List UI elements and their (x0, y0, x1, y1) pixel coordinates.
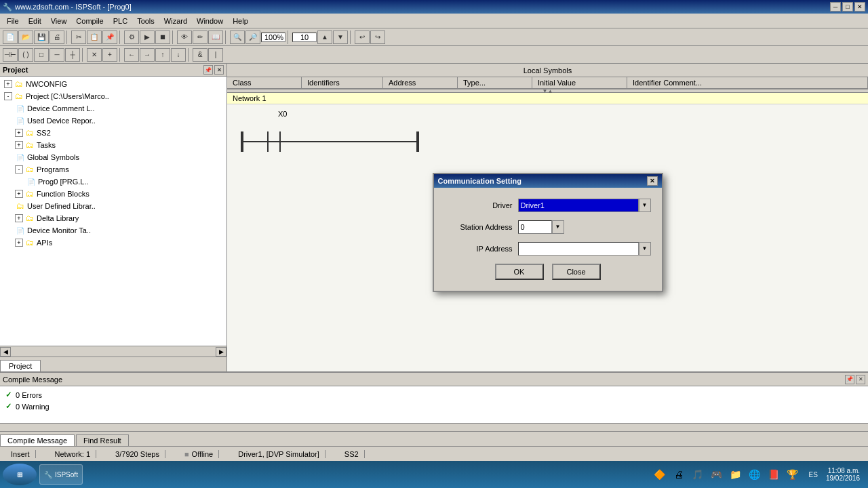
tab-compile-message[interactable]: Compile Message (0, 434, 75, 446)
menu-plc[interactable]: PLC (109, 16, 132, 26)
compile-pin[interactable]: 📌 (845, 375, 854, 384)
tray-steam[interactable]: 🎮 (709, 466, 725, 483)
start-button[interactable]: ⊞ (3, 464, 37, 485)
sidebar-close[interactable]: ✕ (214, 65, 224, 75)
tree-item-tasks[interactable]: + 🗂 Tasks (1, 139, 225, 151)
tray-media[interactable]: 🎵 (690, 466, 706, 483)
menu-edit[interactable]: Edit (24, 16, 45, 26)
tree-item-ss2[interactable]: + 🗂 SS2 (1, 127, 225, 139)
tb-down[interactable]: ▼ (333, 30, 348, 44)
expand-function-blocks[interactable]: + (15, 190, 23, 198)
tree-item-nwconfig[interactable]: + 🗂 NWCONFIG (1, 78, 225, 90)
tb2-contact[interactable]: ⊣⊢ (3, 48, 18, 62)
tb-zoom-out[interactable]: 🔍 (230, 30, 245, 44)
expand-nwconfig[interactable]: + (4, 80, 12, 88)
ok-button[interactable]: OK (495, 264, 544, 280)
tb2-up[interactable]: ↑ (155, 48, 170, 62)
tb2-coil[interactable]: ( ) (18, 48, 33, 62)
tb2-box[interactable]: □ (34, 48, 49, 62)
menu-tools[interactable]: Tools (133, 16, 159, 26)
tray-vlc[interactable]: 🔶 (652, 466, 668, 483)
tree-item-programs[interactable]: - 🗂 Programs (1, 163, 225, 176)
tray-hp[interactable]: 🖨 (671, 466, 687, 483)
sidebar-pin[interactable]: 📌 (203, 65, 213, 75)
tb2-and[interactable]: & (193, 48, 208, 62)
tree-item-project[interactable]: - 🗂 Project [C:\Users\Marco.. (1, 90, 225, 102)
tb-open[interactable]: 📂 (18, 30, 33, 44)
expand-tasks[interactable]: + (15, 141, 23, 149)
tb-save[interactable]: 💾 (34, 30, 49, 44)
tb-paste[interactable]: 📌 (102, 30, 117, 44)
tab-project[interactable]: Project (0, 360, 41, 371)
tb-new[interactable]: 📄 (3, 30, 18, 44)
driver-input[interactable] (518, 199, 639, 212)
menu-file[interactable]: File (3, 16, 23, 26)
tb-cut[interactable]: ✂ (71, 30, 86, 44)
tree-item-device-monitor[interactable]: 📄 Device Monitor Ta.. (1, 224, 225, 237)
tree-item-device-comment[interactable]: 📄 Device Comment L.. (1, 102, 225, 115)
tb2-insert[interactable]: + (102, 48, 117, 62)
tray-chrome[interactable]: 🌐 (747, 466, 763, 483)
tree-item-prog0[interactable]: 📄 Prog0 [PRG.L.. (1, 176, 225, 188)
counter-input[interactable] (292, 33, 317, 42)
sep-5 (288, 30, 290, 44)
taskbar-ispsoft[interactable]: 🔧 ISPSoft (39, 464, 83, 485)
tray-files[interactable]: 📁 (728, 466, 744, 483)
station-input[interactable] (518, 220, 552, 234)
tb-stop[interactable]: ⏹ (155, 30, 170, 44)
tray-pdf[interactable]: 📕 (766, 466, 782, 483)
close-modal-button[interactable]: Close (552, 264, 601, 280)
tb2-conn[interactable]: ┼ (65, 48, 80, 62)
title-bar-label: www.zdsoft.com - ISPSoft - [Prog0] (15, 3, 132, 11)
tb-forward[interactable]: ↪ (370, 30, 385, 44)
contact-x0[interactable] (267, 131, 281, 152)
menu-compile[interactable]: Compile (72, 16, 107, 26)
menu-view[interactable]: View (47, 16, 71, 26)
menu-help[interactable]: Help (229, 16, 252, 26)
tb-compile[interactable]: ⚙ (124, 30, 139, 44)
expand-delta-library[interactable]: + (15, 214, 23, 222)
modal-close-x-button[interactable]: ✕ (647, 176, 658, 186)
ip-input[interactable] (518, 242, 639, 256)
tb2-left[interactable]: ← (124, 48, 139, 62)
minimize-button[interactable]: ─ (830, 2, 841, 12)
close-button[interactable]: ✕ (854, 2, 865, 12)
maximize-button[interactable]: □ (842, 2, 853, 12)
menu-window[interactable]: Window (193, 16, 227, 26)
tb-copy[interactable]: 📋 (87, 30, 102, 44)
tab-find-result[interactable]: Find Result (76, 434, 129, 446)
tb-run[interactable]: ▶ (140, 30, 155, 44)
expand-programs[interactable]: - (15, 165, 23, 174)
expand-apis[interactable]: + (15, 239, 23, 247)
tb-write[interactable]: ✏ (193, 30, 208, 44)
tree-item-user-lib[interactable]: 🗂 User Defined Librar.. (1, 200, 225, 212)
tb2-or[interactable]: | (208, 48, 223, 62)
tree-item-apis[interactable]: + 🗂 APIs (1, 237, 225, 249)
tb-up[interactable]: ▲ (317, 30, 332, 44)
tree-item-delta-library[interactable]: + 🗂 Delta Library (1, 212, 225, 224)
tb-back[interactable]: ↩ (355, 30, 370, 44)
tb-monitor[interactable]: 👁 (177, 30, 192, 44)
tb-read[interactable]: 📖 (208, 30, 223, 44)
tb2-down[interactable]: ↓ (171, 48, 186, 62)
compile-close[interactable]: ✕ (856, 375, 865, 384)
tb2-del[interactable]: ✕ (87, 48, 102, 62)
expand-ss2[interactable]: + (15, 129, 23, 137)
compile-scroll[interactable] (0, 423, 868, 431)
station-dropdown-btn[interactable]: ▼ (552, 220, 564, 234)
tb-zoom-in[interactable]: 🔎 (245, 30, 260, 44)
tree-item-used-device[interactable]: 📄 Used Device Repor.. (1, 115, 225, 127)
tree-item-function-blocks[interactable]: + 🗂 Function Blocks (1, 188, 225, 200)
tree-item-global-symbols[interactable]: 📄 Global Symbols (1, 151, 225, 163)
tb2-line[interactable]: ─ (50, 48, 64, 62)
hscroll-right[interactable]: ▶ (216, 347, 226, 357)
menu-wizard[interactable]: Wizard (160, 16, 191, 26)
tray-yellow[interactable]: 🏆 (785, 466, 801, 483)
ip-dropdown-btn[interactable]: ▼ (639, 242, 651, 256)
tb2-right[interactable]: → (140, 48, 155, 62)
driver-dropdown-btn[interactable]: ▼ (639, 199, 651, 212)
expand-project[interactable]: - (4, 92, 12, 100)
sidebar-hscroll[interactable]: ◀ ▶ (0, 346, 226, 357)
tb-print[interactable]: 🖨 (50, 30, 64, 44)
hscroll-left[interactable]: ◀ (0, 347, 11, 357)
